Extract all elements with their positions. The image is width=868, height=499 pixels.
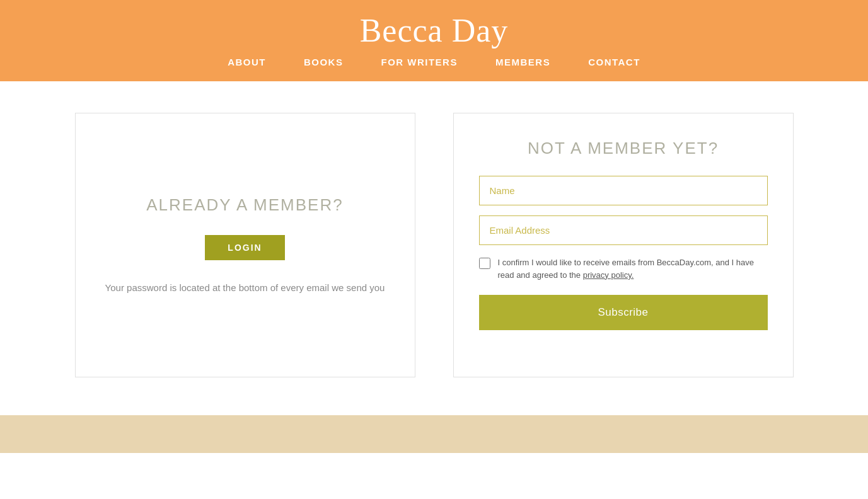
consent-checkbox[interactable] [479,258,490,269]
signup-panel: NOT A MEMBER YET? I confirm I would like… [453,113,794,377]
email-field-group [479,215,768,245]
nav-members[interactable]: MEMBERS [495,57,550,67]
site-title: Becca Day [0,11,868,50]
main-content: ALREADY A MEMBER? LOGIN Your password is… [0,81,868,415]
nav-books[interactable]: BOOKS [304,57,344,67]
member-login-panel: ALREADY A MEMBER? LOGIN Your password is… [75,113,415,377]
nav-for-writers[interactable]: FOR WRITERS [381,57,458,67]
nav-contact[interactable]: CONTACT [588,57,640,67]
main-nav: ABOUT BOOKS FOR WRITERS MEMBERS CONTACT [0,57,868,67]
privacy-policy-link[interactable]: privacy policy. [583,270,634,280]
not-member-title: NOT A MEMBER YET? [479,139,768,158]
nav-about[interactable]: ABOUT [228,57,266,67]
email-input[interactable] [479,215,768,245]
site-header: Becca Day ABOUT BOOKS FOR WRITERS MEMBER… [0,0,868,81]
name-input[interactable] [479,176,768,205]
already-member-title: ALREADY A MEMBER? [146,195,343,215]
name-field-group [479,176,768,205]
consent-row: I confirm I would like to receive emails… [479,256,768,281]
site-footer [0,415,868,453]
consent-text: I confirm I would like to receive emails… [498,256,768,281]
subscribe-button[interactable]: Subscribe [479,295,768,330]
login-button[interactable]: LOGIN [205,235,284,260]
password-hint-text: Your password is located at the bottom o… [105,280,385,295]
